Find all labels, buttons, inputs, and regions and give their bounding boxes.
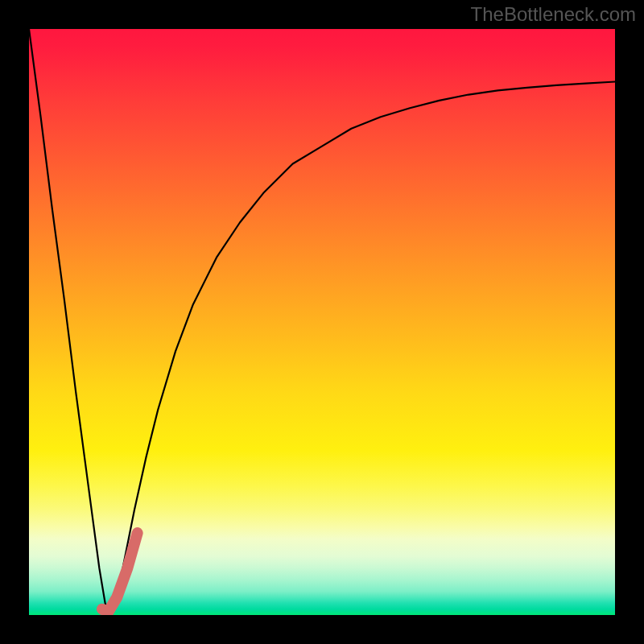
chart-frame: TheBottleneck.com	[0, 0, 644, 644]
plot-area	[29, 29, 615, 615]
chart-svg	[29, 29, 615, 615]
accent-segment	[102, 533, 138, 612]
watermark-label: TheBottleneck.com	[471, 3, 636, 26]
main-curve	[29, 29, 615, 615]
